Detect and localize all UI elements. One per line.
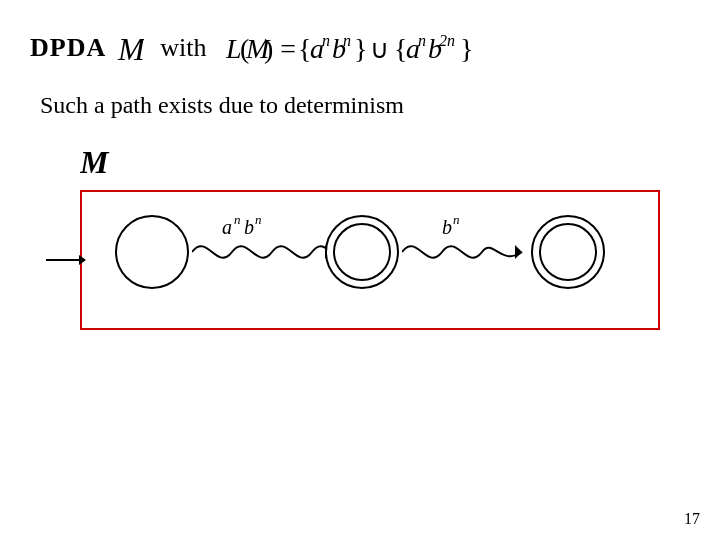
svg-text:n: n xyxy=(255,212,262,227)
svg-point-21 xyxy=(116,216,188,288)
m-symbol: M xyxy=(116,30,144,66)
svg-text:M: M xyxy=(117,31,144,66)
svg-text:a: a xyxy=(222,216,232,238)
svg-text:M: M xyxy=(80,144,110,179)
svg-text:n: n xyxy=(418,32,426,49)
svg-text:2n: 2n xyxy=(439,32,455,49)
diagram-box: a n b n b n xyxy=(80,190,660,330)
svg-text:b: b xyxy=(442,216,452,238)
svg-point-28 xyxy=(334,224,390,280)
dpda-label: DPDA xyxy=(30,33,106,63)
svg-text:n: n xyxy=(453,212,460,227)
svg-text:}: } xyxy=(354,33,367,64)
svg-text:n: n xyxy=(234,212,241,227)
slide-page: DPDA M with L ( M ) = { a n b n } ∪ { a xyxy=(0,0,720,540)
diagram-area: M a n b n xyxy=(50,143,690,330)
page-number: 17 xyxy=(684,510,700,528)
subtitle-text: Such a path exists due to determinism xyxy=(40,92,690,119)
entry-arrow xyxy=(46,250,86,270)
svg-text:b: b xyxy=(244,216,254,238)
svg-text:n: n xyxy=(322,32,330,49)
with-text: with xyxy=(160,33,206,63)
svg-text:) =: ) = xyxy=(264,33,296,64)
circle-2 xyxy=(322,212,402,292)
header-row: DPDA M with L ( M ) = { a n b n } ∪ { a xyxy=(30,22,690,74)
svg-text:n: n xyxy=(343,32,351,49)
circle-1 xyxy=(112,212,192,292)
diagram-m-label: M xyxy=(80,143,690,186)
svg-point-33 xyxy=(540,224,596,280)
wavy-path-1: a n b n xyxy=(192,212,332,292)
svg-marker-29 xyxy=(515,245,522,259)
svg-text:}: } xyxy=(460,33,473,64)
circle-3 xyxy=(528,212,608,292)
svg-marker-20 xyxy=(79,255,86,265)
formula-svg: L ( M ) = { a n b n } ∪ { a n b 2n } xyxy=(226,22,536,74)
svg-text:∪: ∪ xyxy=(370,35,389,64)
wavy-path-2: b n xyxy=(402,212,532,292)
